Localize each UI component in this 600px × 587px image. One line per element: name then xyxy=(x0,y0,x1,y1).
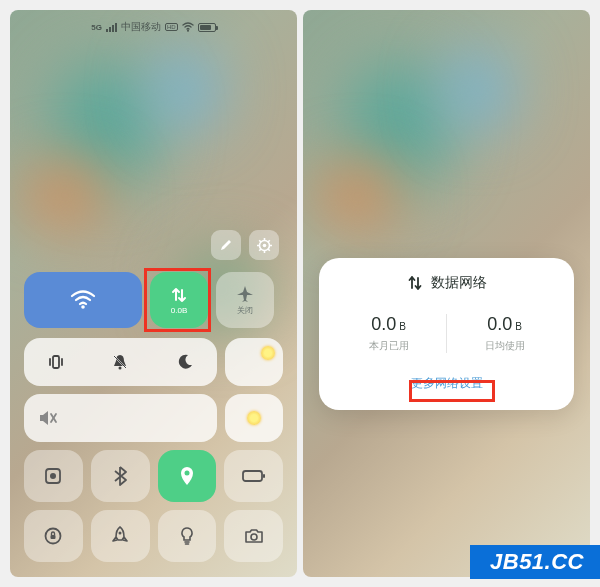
volume-slider-tile[interactable] xyxy=(24,394,217,442)
hd-badge: HD xyxy=(165,23,178,31)
camera-tile[interactable] xyxy=(224,510,283,562)
data-arrows-icon xyxy=(407,275,423,291)
flashlight-tile[interactable] xyxy=(158,510,217,562)
svg-point-22 xyxy=(184,471,189,476)
status-bar: 5G 中国移动 HD xyxy=(10,20,297,34)
svg-line-10 xyxy=(259,249,261,251)
data-arrows-icon xyxy=(170,286,188,304)
moon-icon xyxy=(176,353,194,371)
svg-point-21 xyxy=(50,473,56,479)
signal-bars-icon xyxy=(106,23,117,32)
camera-icon xyxy=(244,528,264,544)
popup-title: 数据网络 xyxy=(431,274,487,292)
sound-modes-tile[interactable] xyxy=(24,338,217,386)
control-center-screen: 5G 中国移动 HD 0.0B xyxy=(10,10,297,577)
brightness-slider-tile[interactable] xyxy=(225,394,283,442)
tiles-row-3 xyxy=(24,394,283,442)
tiles-row-5 xyxy=(24,510,283,562)
svg-rect-24 xyxy=(263,474,265,478)
screen-record-icon xyxy=(43,466,63,486)
stat-month-used: 0.0B 本月已用 xyxy=(331,314,446,353)
carrier-label: 中国移动 xyxy=(121,20,161,34)
tiles-row-4 xyxy=(24,450,283,502)
tiles-row-1: 0.0B 关闭 xyxy=(24,272,283,328)
more-network-settings-button[interactable]: 更多网络设置 xyxy=(405,371,489,396)
stat-value: 0.0 xyxy=(371,314,396,334)
edit-button[interactable] xyxy=(211,230,241,260)
svg-point-30 xyxy=(251,534,257,540)
svg-point-15 xyxy=(119,367,122,370)
wifi-tile[interactable] xyxy=(24,272,142,328)
volume-off-icon xyxy=(38,409,58,427)
stat-unit: B xyxy=(515,321,522,332)
sun-icon xyxy=(261,346,275,360)
mobile-data-tile[interactable]: 0.0B xyxy=(150,272,208,328)
bell-off-icon xyxy=(111,353,129,371)
stat-label: 日均使用 xyxy=(447,339,562,353)
watermark: JB51.CC xyxy=(470,545,600,579)
airplane-icon xyxy=(236,285,254,303)
stat-label: 本月已用 xyxy=(331,339,446,353)
screen-record-tile[interactable] xyxy=(24,450,83,502)
svg-point-11 xyxy=(81,305,85,309)
data-popup-screen: 数据网络 0.0B 本月已用 0.0B 日均使用 更多网络设置 xyxy=(303,10,590,577)
battery-tile[interactable] xyxy=(224,450,283,502)
stat-daily-avg: 0.0B 日均使用 xyxy=(447,314,562,353)
rotation-lock-tile[interactable] xyxy=(24,510,83,562)
popup-header: 数据网络 xyxy=(331,274,562,292)
settings-button[interactable] xyxy=(249,230,279,260)
tiles-row-2 xyxy=(24,338,283,386)
bluetooth-icon xyxy=(113,466,127,486)
svg-point-2 xyxy=(262,243,266,247)
svg-rect-12 xyxy=(53,356,59,368)
svg-point-0 xyxy=(187,30,189,32)
popup-stats: 0.0B 本月已用 0.0B 日均使用 xyxy=(331,314,562,353)
location-tile[interactable] xyxy=(158,450,217,502)
svg-rect-23 xyxy=(243,471,262,481)
battery-icon xyxy=(242,469,266,483)
bulb-icon xyxy=(180,526,194,546)
boost-tile[interactable] xyxy=(91,510,150,562)
svg-point-27 xyxy=(119,532,122,535)
airplane-tile[interactable]: 关闭 xyxy=(216,272,274,328)
brightness-auto-tile[interactable] xyxy=(225,338,283,386)
data-network-popup: 数据网络 0.0B 本月已用 0.0B 日均使用 更多网络设置 xyxy=(319,258,574,410)
stat-value: 0.0 xyxy=(487,314,512,334)
airplane-label: 关闭 xyxy=(237,305,253,316)
bluetooth-tile[interactable] xyxy=(91,450,150,502)
battery-status-icon xyxy=(198,23,216,32)
mobile-data-value: 0.0B xyxy=(171,306,187,315)
vibrate-icon xyxy=(47,353,65,371)
svg-rect-26 xyxy=(51,535,56,539)
location-icon xyxy=(179,466,195,486)
network-type: 5G xyxy=(91,23,102,32)
rotation-lock-icon xyxy=(43,526,63,546)
svg-line-7 xyxy=(259,240,261,242)
stat-unit: B xyxy=(399,321,406,332)
pencil-icon xyxy=(219,238,233,252)
svg-line-9 xyxy=(268,240,270,242)
wifi-status-icon xyxy=(182,22,194,32)
rocket-icon xyxy=(112,526,128,546)
gear-icon xyxy=(257,238,272,253)
svg-line-8 xyxy=(268,249,270,251)
wifi-icon xyxy=(70,290,96,310)
action-bar xyxy=(211,230,279,260)
sun-icon xyxy=(247,411,261,425)
